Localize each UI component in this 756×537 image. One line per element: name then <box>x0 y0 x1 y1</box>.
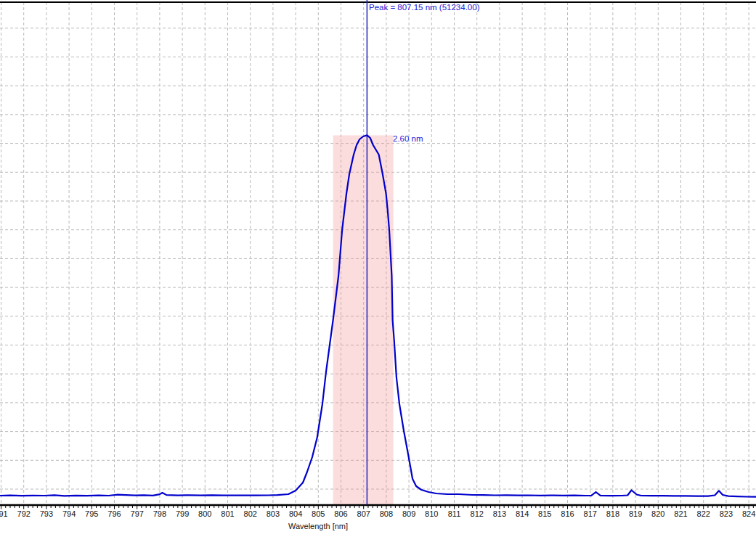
x-tick-label: 815 <box>538 509 551 518</box>
x-tick-label: 800 <box>198 509 211 518</box>
x-tick-label: 811 <box>448 509 461 518</box>
x-tick-label: 818 <box>606 509 619 518</box>
x-tick-label: 809 <box>402 509 415 518</box>
x-tick-label: 820 <box>651 509 664 518</box>
x-tick-label: 817 <box>584 509 597 518</box>
x-tick-label: 814 <box>516 509 529 518</box>
x-tick-label: 797 <box>131 509 144 518</box>
x-tick-label: 821 <box>674 509 687 518</box>
spectrum-chart: Peak = 807.15 nm (51234.00) 2.60 nm 7917… <box>0 0 756 537</box>
x-tick-label: 808 <box>380 509 393 518</box>
x-tick-label: 813 <box>493 509 506 518</box>
x-axis-tick-labels: 7917927937947957967977987998008018028038… <box>0 509 756 520</box>
x-tick-label: 823 <box>720 509 733 518</box>
x-tick-label: 801 <box>221 509 234 518</box>
x-axis-ticks <box>1 506 756 509</box>
fwhm-annotation: 2.60 nm <box>393 134 423 143</box>
x-tick-label: 810 <box>425 509 438 518</box>
x-tick-label: 799 <box>176 509 189 518</box>
x-tick-label: 792 <box>17 509 31 518</box>
x-tick-label: 798 <box>153 509 166 518</box>
x-tick-label: 791 <box>0 509 8 518</box>
x-tick-label: 802 <box>244 509 257 518</box>
x-tick-label: 819 <box>629 509 642 518</box>
x-tick-label: 807 <box>357 509 370 518</box>
x-tick-label: 804 <box>289 509 302 518</box>
x-tick-label: 812 <box>471 509 484 518</box>
x-tick-label: 824 <box>742 509 755 518</box>
chart-canvas[interactable] <box>0 0 756 537</box>
x-axis-title: Wavelength [nm] <box>288 522 348 530</box>
x-tick-label: 793 <box>40 509 53 518</box>
x-tick-label: 806 <box>334 509 347 518</box>
x-tick-label: 794 <box>62 509 76 518</box>
x-tick-label: 805 <box>312 509 325 518</box>
x-tick-label: 796 <box>107 509 121 518</box>
x-tick-label: 803 <box>267 509 280 518</box>
fwhm-band <box>333 135 394 504</box>
x-tick-label: 822 <box>697 509 710 518</box>
x-tick-label: 795 <box>85 509 98 518</box>
x-tick-label: 816 <box>561 509 574 518</box>
peak-annotation: Peak = 807.15 nm (51234.00) <box>369 3 479 12</box>
